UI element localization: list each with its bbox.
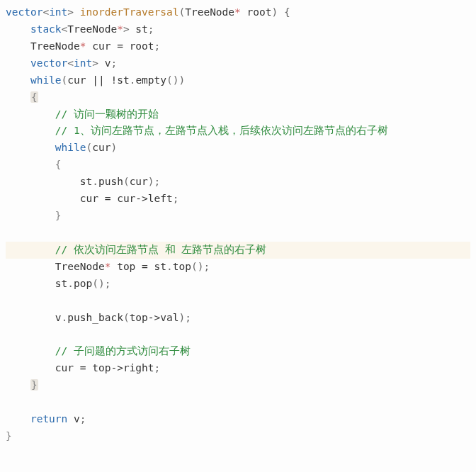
- token-punc: ;: [173, 193, 179, 204]
- token-ident: cur: [130, 176, 148, 187]
- token-ident: right: [123, 362, 154, 373]
- code-line: st.pop();: [6, 278, 110, 289]
- token-punc: <: [67, 57, 74, 69]
- token-comment: // 依次访问左路节点 和 左路节点的右子树: [55, 244, 267, 255]
- token-punc: (: [123, 176, 130, 187]
- token-punc: ;: [110, 57, 117, 69]
- token-op: ->: [110, 362, 123, 373]
- code-line: cur = top->right;: [6, 362, 160, 373]
- token-punc: (: [178, 6, 185, 18]
- code-line: // 访问一颗树的开始: [6, 108, 159, 120]
- token-punc: .: [166, 261, 173, 272]
- code-line: }: [6, 430, 12, 442]
- code-line: v.push_back(top->val);: [6, 312, 191, 323]
- code-line: }: [6, 379, 38, 390]
- code-line: vector<int> v;: [6, 57, 117, 69]
- token-punc: ;: [148, 23, 154, 35]
- token-ident: empty: [135, 74, 166, 86]
- token-ident: root: [130, 40, 154, 52]
- token-punc: >: [67, 6, 79, 18]
- token-punc: <: [62, 23, 68, 35]
- token-op: ->: [135, 193, 147, 204]
- code-line: cur = cur->left;: [6, 193, 178, 204]
- token-op: =: [142, 261, 154, 272]
- token-ident: push_back: [67, 312, 123, 323]
- token-star: *: [105, 261, 117, 272]
- token-braceo: {: [30, 91, 38, 103]
- token-punc: ;: [80, 413, 86, 425]
- token-op: =: [80, 362, 92, 373]
- token-punc: >: [92, 57, 104, 69]
- token-ident: top: [173, 261, 191, 272]
- code-line: {: [6, 159, 62, 170]
- token-key: while: [55, 142, 86, 153]
- token-type: int: [49, 6, 67, 18]
- token-punc: );: [179, 312, 191, 323]
- token-class: TreeNode: [30, 40, 80, 52]
- code-block: vector<int> inorderTraversal(TreeNode* r…: [0, 0, 476, 452]
- token-ident: cur: [67, 74, 92, 86]
- token-punc: ) {: [271, 6, 290, 18]
- token-class: TreeNode: [185, 6, 234, 18]
- token-class: TreeNode: [55, 261, 105, 272]
- token-punc: ): [110, 142, 117, 153]
- token-ident: left: [148, 193, 173, 204]
- token-ident: st: [135, 23, 147, 35]
- token-class: TreeNode: [67, 23, 117, 35]
- token-op: !: [110, 74, 117, 86]
- code-line: while(cur || !st.empty()): [6, 74, 185, 86]
- token-ident: st: [55, 278, 67, 289]
- token-type: stack: [30, 23, 62, 35]
- code-line: // 依次访问左路节点 和 左路节点的右子树: [6, 242, 470, 259]
- token-punc: (: [62, 74, 68, 86]
- token-ident: v: [55, 312, 62, 323]
- token-ident: cur: [117, 193, 135, 204]
- token-punc: <: [42, 6, 49, 18]
- code-line: return v;: [6, 413, 86, 425]
- token-key: return: [30, 413, 67, 425]
- token-punc: .: [92, 176, 98, 187]
- token-ident: push: [98, 176, 123, 187]
- code-line: // 子问题的方式访问右子树: [6, 345, 191, 356]
- token-ident: top: [130, 312, 148, 323]
- token-type: vector: [30, 57, 67, 69]
- token-brace: }: [6, 430, 12, 442]
- token-ident: pop: [74, 278, 92, 289]
- token-op: =: [105, 193, 117, 204]
- token-type: vector: [6, 6, 42, 18]
- token-star: *: [234, 6, 246, 18]
- token-punc: (: [123, 312, 130, 323]
- token-op: ||: [92, 74, 110, 86]
- token-func: inorderTraversal: [80, 6, 179, 18]
- code-line: while(cur): [6, 142, 117, 153]
- token-ident: st: [154, 261, 166, 272]
- token-ident: st: [80, 176, 92, 187]
- code-line: TreeNode* cur = root;: [6, 40, 160, 52]
- token-brace: }: [55, 210, 62, 221]
- token-ident: cur: [92, 142, 110, 153]
- token-comment: // 子问题的方式访问右子树: [55, 345, 191, 356]
- token-brace: {: [55, 159, 62, 170]
- token-punc: >: [123, 23, 135, 35]
- token-punc: ()): [166, 74, 185, 86]
- token-ident: cur: [92, 40, 117, 52]
- code-line: TreeNode* top = st.top();: [6, 261, 210, 272]
- token-bracec: }: [30, 379, 38, 390]
- token-key: while: [30, 74, 62, 86]
- code-line: }: [6, 210, 62, 221]
- code-line: {: [6, 91, 38, 103]
- token-type: int: [74, 57, 92, 69]
- token-punc: ();: [92, 278, 110, 289]
- token-ident: st: [117, 74, 129, 86]
- token-punc: );: [148, 176, 160, 187]
- token-star: *: [80, 40, 92, 52]
- token-ident: top: [92, 362, 110, 373]
- code-line: st.push(cur);: [6, 176, 160, 187]
- token-comment: // 1、访问左路节点，左路节点入栈，后续依次访问左路节点的右子树: [55, 125, 388, 136]
- token-ident: cur: [80, 193, 105, 204]
- token-ident: cur: [55, 362, 80, 373]
- token-punc: ;: [154, 40, 161, 52]
- token-op: =: [117, 40, 129, 52]
- token-ident: v: [67, 413, 79, 425]
- token-punc: ();: [191, 261, 210, 272]
